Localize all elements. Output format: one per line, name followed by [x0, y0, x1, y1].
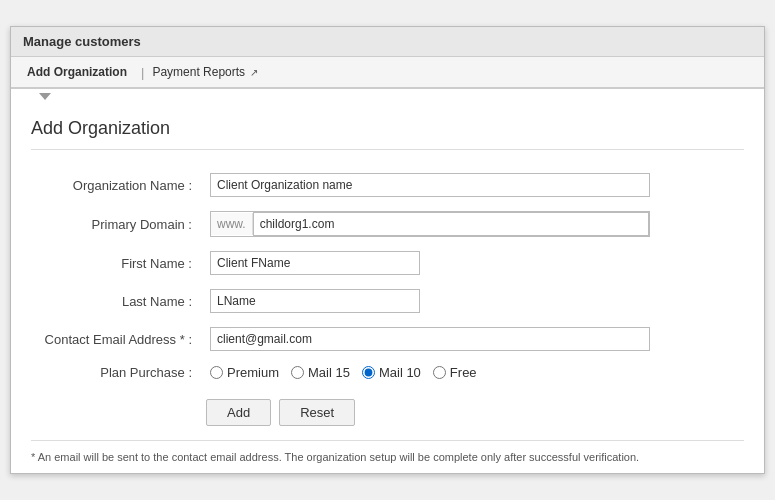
plan-purchase-row: Plan Purchase : Premium Mail 15 — [31, 358, 744, 387]
radio-premium-text: Premium — [227, 365, 279, 380]
primary-domain-input[interactable] — [253, 212, 649, 236]
org-name-input-cell — [206, 166, 744, 204]
email-input-cell — [206, 320, 744, 358]
email-label: Contact Email Address * : — [31, 320, 206, 358]
form-content: Add Organization Organization Name : Pri… — [11, 102, 764, 473]
footer-note: * An email will be sent to the contact e… — [31, 440, 744, 463]
radio-free-text: Free — [450, 365, 477, 380]
first-name-row: First Name : — [31, 244, 744, 282]
domain-wrapper: www. — [210, 211, 650, 237]
primary-domain-row: Primary Domain : www. — [31, 204, 744, 244]
tab-separator: | — [137, 65, 148, 80]
radio-premium-label[interactable]: Premium — [210, 365, 279, 380]
radio-free[interactable] — [433, 366, 446, 379]
radio-mail10-label[interactable]: Mail 10 — [362, 365, 421, 380]
tab-add-organization[interactable]: Add Organization — [23, 57, 137, 87]
radio-group: Premium Mail 15 Mail 10 — [210, 365, 740, 380]
section-title: Add Organization — [31, 118, 744, 150]
org-name-row: Organization Name : — [31, 166, 744, 204]
org-name-label: Organization Name : — [31, 166, 206, 204]
last-name-row: Last Name : — [31, 282, 744, 320]
first-name-input[interactable] — [210, 251, 420, 275]
radio-mail15-label[interactable]: Mail 15 — [291, 365, 350, 380]
first-name-label: First Name : — [31, 244, 206, 282]
button-row: Add Reset — [206, 387, 744, 434]
radio-mail15[interactable] — [291, 366, 304, 379]
radio-mail10-text: Mail 10 — [379, 365, 421, 380]
dropdown-arrow-icon — [39, 93, 51, 100]
tab-bar: Add Organization | Payment Reports ↗ — [11, 57, 764, 89]
first-name-input-cell — [206, 244, 744, 282]
form-table: Organization Name : Primary Domain : www… — [31, 166, 744, 387]
window-title: Manage customers — [11, 27, 764, 57]
plan-purchase-label: Plan Purchase : — [31, 358, 206, 387]
radio-premium[interactable] — [210, 366, 223, 379]
radio-mail10[interactable] — [362, 366, 375, 379]
reset-button[interactable]: Reset — [279, 399, 355, 426]
last-name-label: Last Name : — [31, 282, 206, 320]
primary-domain-input-cell: www. — [206, 204, 744, 244]
org-name-input[interactable] — [210, 173, 650, 197]
email-input[interactable] — [210, 327, 650, 351]
external-link-icon: ↗ — [250, 67, 258, 78]
radio-free-label[interactable]: Free — [433, 365, 477, 380]
plan-purchase-options: Premium Mail 15 Mail 10 — [206, 358, 744, 387]
tab-payment-reports[interactable]: Payment Reports ↗ — [148, 57, 268, 87]
primary-domain-label: Primary Domain : — [31, 204, 206, 244]
email-row: Contact Email Address * : — [31, 320, 744, 358]
domain-prefix: www. — [211, 213, 253, 235]
last-name-input[interactable] — [210, 289, 420, 313]
last-name-input-cell — [206, 282, 744, 320]
radio-mail15-text: Mail 15 — [308, 365, 350, 380]
main-window: Manage customers Add Organization | Paym… — [10, 26, 765, 474]
add-button[interactable]: Add — [206, 399, 271, 426]
